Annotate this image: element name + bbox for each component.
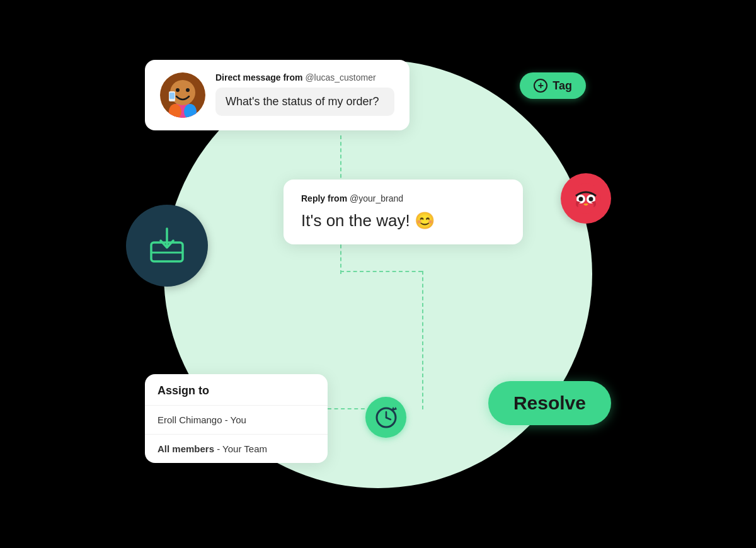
- reply-message: It's on the way! 😊: [301, 211, 505, 231]
- inbox-icon: [126, 205, 208, 287]
- svg-point-4: [589, 197, 593, 202]
- reply-header-bold: Reply from: [301, 193, 347, 203]
- avatar: [160, 72, 205, 118]
- svg-point-11: [186, 88, 190, 92]
- resolve-label: Resolve: [513, 392, 586, 413]
- plus-icon: +: [534, 79, 547, 93]
- dm-message: What's the status of my order?: [215, 88, 394, 116]
- assign-item-team-rest: - Your Team: [214, 443, 267, 454]
- svg-point-3: [579, 197, 583, 202]
- connector-vertical-2: [422, 271, 423, 409]
- clock-icon: [365, 397, 406, 438]
- reply-card: Reply from @your_brand It's on the way! …: [284, 180, 523, 244]
- assign-item-team[interactable]: All members - Your Team: [145, 435, 328, 463]
- hootsuite-icon: [561, 173, 611, 224]
- assign-item-you[interactable]: Eroll Chimango - You: [145, 406, 328, 435]
- tag-label: Tag: [553, 79, 572, 93]
- svg-point-10: [176, 88, 180, 92]
- assign-card: Assign to Eroll Chimango - You All membe…: [145, 374, 328, 463]
- assign-card-header: Assign to: [145, 374, 328, 406]
- resolve-badge[interactable]: Resolve: [488, 381, 611, 425]
- dm-header-bold: Direct message from: [215, 72, 303, 83]
- reply-card-header: Reply from @your_brand: [301, 193, 505, 203]
- svg-rect-13: [169, 93, 175, 99]
- dm-handle: @lucas_customer: [305, 72, 375, 83]
- svg-point-0: [571, 183, 601, 214]
- dm-card-content: Direct message from @lucas_customer What…: [215, 72, 394, 116]
- svg-line-19: [386, 418, 391, 420]
- connector-horizontal-1: [340, 271, 422, 272]
- dm-card-header: Direct message from @lucas_customer: [215, 72, 394, 83]
- tag-badge[interactable]: + Tag: [520, 72, 586, 99]
- assign-item-team-bold: All members: [158, 443, 214, 454]
- reply-handle: @your_brand: [350, 193, 403, 203]
- dm-card: Direct message from @lucas_customer What…: [145, 60, 410, 130]
